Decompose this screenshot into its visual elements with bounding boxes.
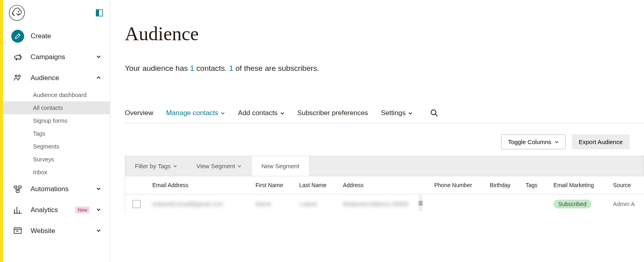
new-segment-button[interactable]: New Segment — [251, 156, 309, 176]
header-checkbox — [125, 182, 147, 188]
svg-rect-7 — [19, 186, 21, 188]
table-header-row: Email Address First Name Last Name Addre… — [125, 176, 644, 194]
tab-manage-contacts[interactable]: Manage contacts — [166, 109, 225, 117]
contacts-count: 1 — [190, 64, 194, 72]
chevron-down-icon — [408, 111, 413, 116]
sidebar-item-automations[interactable]: Automations — [3, 179, 110, 200]
header-email[interactable]: Email Address — [147, 182, 250, 188]
chevron-down-icon — [173, 164, 177, 168]
cell-address: Redacted Address 00000 — [338, 201, 429, 207]
cell-last-name: Lname — [294, 201, 338, 207]
cell-first-name: Name — [251, 201, 295, 207]
table-toolbar: Toggle Columns Export Audience — [125, 123, 644, 156]
subnav-inbox[interactable]: Inbox — [31, 166, 110, 179]
automations-icon — [11, 183, 24, 196]
header-address[interactable]: Address — [338, 182, 429, 188]
website-icon — [11, 225, 24, 237]
chevron-down-icon — [555, 140, 559, 144]
chevron-down-icon — [96, 186, 102, 192]
svg-rect-9 — [14, 228, 21, 233]
svg-rect-6 — [14, 186, 17, 188]
row-scrollbar[interactable] — [419, 195, 423, 211]
audience-summary: Your audience has 1 contacts. 1 of these… — [125, 64, 644, 73]
chevron-down-icon — [237, 164, 242, 168]
new-badge: New — [75, 206, 90, 214]
header-email-marketing[interactable]: Email Marketing — [549, 182, 608, 188]
audience-tabs: Overview Manage contacts Add contacts Su… — [125, 109, 644, 123]
audience-icon — [11, 72, 24, 85]
search-icon — [430, 109, 438, 117]
sidebar-collapse-button[interactable] — [95, 9, 103, 17]
row-checkbox[interactable] — [132, 200, 140, 208]
tab-add-contacts[interactable]: Add contacts — [238, 109, 284, 117]
svg-point-5 — [19, 75, 21, 77]
svg-point-10 — [431, 110, 436, 115]
sidebar-item-label: Website — [31, 227, 90, 235]
sidebar-item-label: Audience — [31, 74, 90, 82]
sidebar-item-label: Analytics — [31, 206, 66, 214]
chevron-down-icon — [96, 54, 102, 60]
sidebar-item-label: Automations — [31, 185, 90, 193]
header-phone[interactable]: Phone Number — [429, 182, 485, 188]
audience-subnav: Audience dashboard All contacts Signup f… — [3, 89, 110, 179]
toggle-columns-button[interactable]: Toggle Columns — [501, 134, 566, 149]
subnav-all-contacts[interactable]: All contacts — [3, 101, 110, 114]
tab-overview[interactable]: Overview — [125, 109, 153, 117]
cell-email-marketing: Subscribed — [549, 201, 608, 207]
svg-point-1 — [18, 11, 19, 12]
header-source[interactable]: Source — [608, 182, 644, 188]
export-audience-button[interactable]: Export Audience — [572, 134, 630, 149]
header-birthday[interactable]: Birthday — [485, 182, 521, 188]
subnav-segments[interactable]: Segments — [31, 140, 110, 153]
subscribers-count: 1 — [229, 64, 233, 72]
tab-subscriber-preferences[interactable]: Subscriber preferences — [297, 109, 368, 117]
brand-accent-bar — [0, 0, 3, 262]
svg-point-0 — [9, 5, 25, 21]
subnav-audience-dashboard[interactable]: Audience dashboard — [31, 89, 110, 101]
subnav-tags[interactable]: Tags — [31, 127, 110, 140]
page-title: Audience — [125, 23, 644, 45]
svg-rect-8 — [16, 190, 19, 192]
sidebar-item-campaigns[interactable]: Campaigns — [3, 47, 110, 68]
tab-settings[interactable]: Settings — [381, 109, 412, 117]
header-tags[interactable]: Tags — [521, 182, 549, 188]
header-last-name[interactable]: Last Name — [294, 182, 338, 188]
chevron-down-icon — [96, 228, 102, 234]
search-button[interactable] — [430, 109, 438, 117]
sidebar-item-audience[interactable]: Audience — [3, 68, 110, 89]
subscribed-badge: Subscribed — [553, 200, 591, 208]
view-segment[interactable]: View Segment — [187, 156, 251, 176]
chevron-up-icon — [96, 75, 102, 81]
main-content: Audience Your audience has 1 contacts. 1… — [110, 0, 644, 262]
filter-bar: Filter by Tags View Segment New Segment — [125, 156, 644, 176]
subnav-signup-forms[interactable]: Signup forms — [31, 114, 110, 127]
analytics-icon — [11, 204, 24, 217]
pencil-icon — [11, 30, 24, 43]
sidebar-header — [3, 0, 110, 26]
sidebar-item-create[interactable]: Create — [3, 26, 110, 47]
sidebar-item-website[interactable]: Website — [3, 221, 110, 241]
chevron-down-icon — [96, 207, 102, 213]
chevron-down-icon — [280, 111, 285, 116]
svg-rect-3 — [96, 10, 99, 16]
megaphone-icon — [11, 51, 24, 64]
sidebar-item-label: Create — [31, 32, 102, 40]
subnav-surveys[interactable]: Surveys — [31, 153, 110, 166]
sidebar-item-analytics[interactable]: Analytics New — [3, 200, 110, 221]
sidebar: Create Campaigns Audience Audience dashb… — [3, 0, 110, 262]
mailchimp-logo[interactable] — [9, 5, 25, 21]
table-row[interactable]: redacted.email@gmail.com Name Lname Reda… — [125, 194, 644, 214]
cell-source: Admin A — [608, 201, 644, 207]
chevron-down-icon — [221, 111, 225, 116]
cell-email: redacted.email@gmail.com — [147, 201, 250, 207]
filter-by-tags[interactable]: Filter by Tags — [125, 156, 187, 176]
contacts-table: Email Address First Name Last Name Addre… — [125, 176, 644, 214]
sidebar-item-label: Campaigns — [31, 53, 90, 61]
svg-point-4 — [15, 75, 17, 77]
header-first-name[interactable]: First Name — [251, 182, 295, 188]
